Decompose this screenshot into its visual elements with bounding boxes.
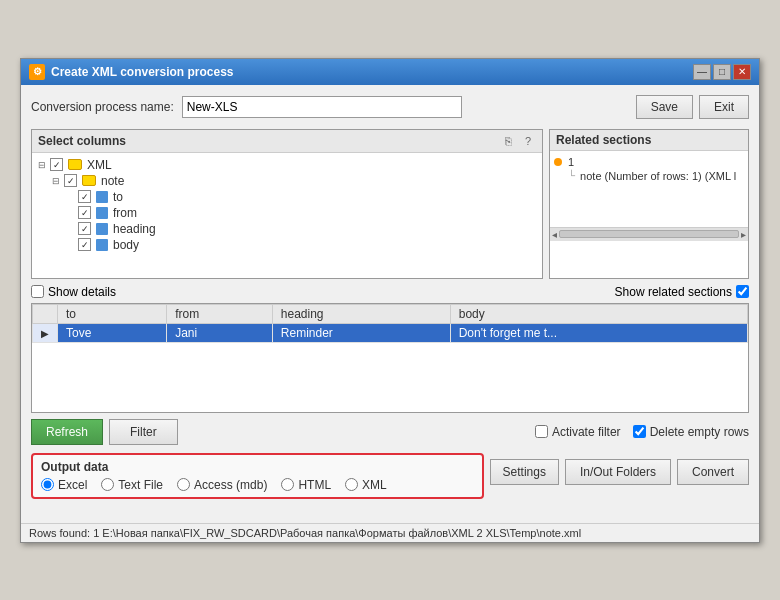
related-label-note: note (Number of rows: 1) (XML l [580,170,736,182]
related-label-1: 1 [568,156,574,168]
col-heading: heading [272,304,450,323]
toggle-heading [64,223,76,235]
radio-html[interactable]: HTML [281,478,331,492]
window-title: Create XML conversion process [51,65,234,79]
close-button[interactable]: ✕ [733,64,751,80]
exit-button[interactable]: Exit [699,95,749,119]
statusbar-text: Rows found: 1 E:\Новая папка\FIX_RW_SDCA… [29,527,581,539]
name-input[interactable] [182,96,462,118]
delete-empty-rows-label[interactable]: Delete empty rows [633,425,749,439]
related-scrollbar[interactable]: ◂ ▸ [550,227,748,241]
tree-item-heading[interactable]: heading [64,221,538,237]
show-details-checkbox[interactable] [31,285,44,298]
related-item-1[interactable]: 1 [554,155,744,169]
radio-excel[interactable]: Excel [41,478,87,492]
show-related-label: Show related sections [615,285,732,299]
tree-item-xml[interactable]: ⊟ XML [36,157,538,173]
delete-empty-rows-checkbox[interactable] [633,425,646,438]
checkbox-note[interactable] [64,174,77,187]
output-and-convert: Output data Excel Text File Access (mdb) [31,453,749,507]
app-icon: ⚙ [29,64,45,80]
cell-to: Tove [58,323,167,342]
titlebar: ⚙ Create XML conversion process — □ ✕ [21,59,759,85]
checkbox-xml[interactable] [50,158,63,171]
label-to: to [113,190,123,204]
activate-filter-label[interactable]: Activate filter [535,425,621,439]
refresh-button[interactable]: Refresh [31,419,103,445]
toggle-from [64,207,76,219]
radio-access[interactable]: Access (mdb) [177,478,267,492]
settings-button[interactable]: Settings [490,459,559,485]
activate-filter-checkbox[interactable] [535,425,548,438]
label-note: note [101,174,124,188]
label-from: from [113,206,137,220]
label-xml: XML [87,158,112,172]
tree-item-from[interactable]: from [64,205,538,221]
help-icon[interactable]: ? [520,133,536,149]
inout-button[interactable]: In/Out Folders [565,459,671,485]
name-row: Conversion process name: Save Exit [31,95,749,119]
panel-title-select: Select columns ⎘ ? [32,130,542,153]
scroll-right-icon[interactable]: ▸ [741,229,746,240]
tree-item-to[interactable]: to [64,189,538,205]
convert-buttons-col: Settings In/Out Folders Convert [490,453,749,485]
cell-from: Jani [167,323,273,342]
scroll-left-icon[interactable]: ◂ [552,229,557,240]
output-options: Excel Text File Access (mdb) HTML [41,478,474,492]
scrollbar-track[interactable] [559,230,739,238]
cell-heading: Reminder [272,323,450,342]
tree-item-note[interactable]: ⊟ note [50,173,538,189]
radio-textfile[interactable]: Text File [101,478,163,492]
table-row[interactable]: ▶ Tove Jani Reminder Don't forget me t..… [33,323,748,342]
titlebar-buttons: — □ ✕ [693,64,751,80]
file-icon-from [96,207,108,219]
convert-button[interactable]: Convert [677,459,749,485]
show-details-left: Show details [31,285,116,299]
radio-xml-label: XML [362,478,387,492]
filter-options: Activate filter Delete empty rows [535,425,749,439]
panel-title-icons: ⎘ ? [500,133,536,149]
radio-xml-input[interactable] [345,478,358,491]
panel-title-related: Related sections [550,130,748,151]
radio-html-label: HTML [298,478,331,492]
related-sections-title: Related sections [556,133,651,147]
save-button[interactable]: Save [636,95,693,119]
radio-excel-input[interactable] [41,478,54,491]
radio-xml[interactable]: XML [345,478,387,492]
output-section: Output data Excel Text File Access (mdb) [31,453,484,499]
checkbox-heading[interactable] [78,222,91,235]
name-row-buttons: Save Exit [636,95,749,119]
checkbox-from[interactable] [78,206,91,219]
content: Conversion process name: Save Exit Selec… [21,85,759,523]
radio-access-input[interactable] [177,478,190,491]
table-header-row: to from heading body [33,304,748,323]
delete-empty-rows-text: Delete empty rows [650,425,749,439]
tree-content: ⊟ XML ⊟ note [32,153,542,257]
radio-textfile-input[interactable] [101,478,114,491]
statusbar: Rows found: 1 E:\Новая папка\FIX_RW_SDCA… [21,523,759,542]
radio-access-label: Access (mdb) [194,478,267,492]
col-body: body [450,304,747,323]
filter-button[interactable]: Filter [109,419,178,445]
toggle-to [64,191,76,203]
show-details-row: Show details Show related sections [31,285,749,299]
titlebar-left: ⚙ Create XML conversion process [29,64,234,80]
minimize-button[interactable]: — [693,64,711,80]
main-window: ⚙ Create XML conversion process — □ ✕ Co… [20,58,760,543]
checkbox-to[interactable] [78,190,91,203]
show-related-checkbox[interactable] [736,285,749,298]
related-dot-1 [554,158,562,166]
related-panel: Related sections 1 └ note (Number of row… [549,129,749,279]
maximize-button[interactable]: □ [713,64,731,80]
output-title: Output data [41,460,474,474]
related-item-note[interactable]: └ note (Number of rows: 1) (XML l [568,169,744,183]
toggle-xml[interactable]: ⊟ [36,159,48,171]
checkbox-body[interactable] [78,238,91,251]
select-columns-title: Select columns [38,134,126,148]
tree-item-body[interactable]: body [64,237,538,253]
copy-icon[interactable]: ⎘ [500,133,516,149]
show-related-right: Show related sections [615,285,749,299]
radio-html-input[interactable] [281,478,294,491]
related-content: 1 └ note (Number of rows: 1) (XML l [550,151,748,187]
toggle-note[interactable]: ⊟ [50,175,62,187]
